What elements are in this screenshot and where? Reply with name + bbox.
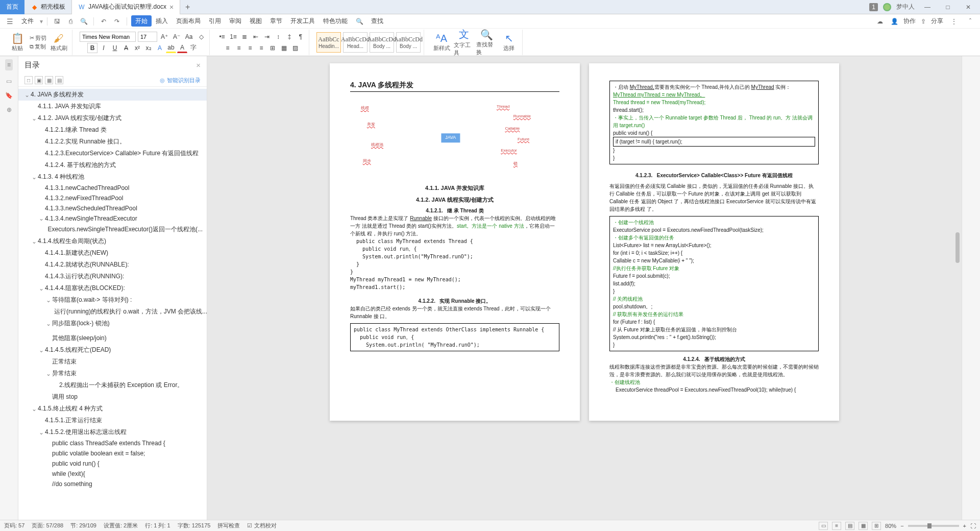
share-label[interactable]: 分享 [931,17,943,26]
user-name[interactable]: 梦中人 [896,3,915,11]
window-minimize-icon[interactable]: — [920,4,935,11]
search-icon[interactable]: 🔍 [354,16,365,27]
window-maximize-icon[interactable]: □ [940,4,955,11]
change-case-icon[interactable]: Aa [184,32,194,42]
status-section[interactable]: 节: 29/109 [70,522,96,529]
bullets-icon[interactable]: •≡ [217,32,227,42]
toc-item[interactable]: 4.1.3.2.newFixedThreadPool [18,193,207,203]
toc-item[interactable]: ⌄4.1.4.5.线程死亡(DEAD) [18,344,207,356]
nav-close-icon[interactable]: × [196,61,201,69]
nav-tool-1[interactable]: □ [24,76,33,84]
copy-button[interactable]: ⧉复制 [30,43,46,51]
toc-twisty-icon[interactable]: ⌄ [39,285,44,292]
toc-item[interactable]: 4.1.2.4. 基于线程池的方式 [18,159,207,171]
status-words[interactable]: 字数: 125175 [178,522,211,529]
highlight-icon[interactable]: ab [166,43,176,53]
distribute-icon[interactable]: ⊞ [267,43,278,53]
redo-icon[interactable]: ↷ [111,16,122,27]
save-icon[interactable]: 🖫 [52,16,63,27]
fit-icon[interactable]: ⛶ [970,523,976,529]
toc-item[interactable]: 4.1.5.1.正常运行结束 [18,415,207,426]
toc-item[interactable]: 4.1.4.1.新建状态(NEW) [18,247,207,259]
paste-button[interactable]: 📋粘贴 [7,32,28,52]
scrollbar-thumb[interactable] [955,232,960,263]
toc-item[interactable]: ⌄4. JAVA 多线程并发 [18,89,207,101]
hamburger-icon[interactable]: ☰ [4,16,15,27]
menu-item-0[interactable]: 开始 [131,15,152,27]
nav-tool-2[interactable]: ▣ [35,76,43,84]
italic-icon[interactable]: I [99,43,109,53]
numbering-icon[interactable]: 1≡ [228,32,238,42]
toc-twisty-icon[interactable]: ⌄ [46,370,51,377]
tab-templates[interactable]: ◆稻壳模板 [24,0,72,14]
style-box-3[interactable]: AaBbCcDdBody ... [396,32,421,53]
menu-item-4[interactable]: 审阅 [225,15,246,27]
document-area[interactable]: 4. JAVA 多线程并发 JAVA 线程 并发 线程池 同步 Thread R… [207,56,962,520]
zoom-out-icon[interactable]: − [900,523,903,529]
grow-font-icon[interactable]: A⁺ [159,32,169,42]
char-shading-icon[interactable]: 字 [188,43,199,53]
toc-item[interactable]: ⌄4.1.4.线程生命周期(状态) [18,235,207,247]
collab-label[interactable]: 协作 [903,17,916,26]
toc-item[interactable]: //do something [18,479,207,489]
menu-item-8[interactable]: 特色功能 [319,15,352,27]
toc-item[interactable]: 4.1.2.3.ExecutorService> Callable> Futur… [18,148,207,159]
zoom-in-icon[interactable]: + [963,523,966,529]
nav-tool-4[interactable]: ▤ [55,76,63,84]
toc-item[interactable]: public volatile boolean exit = false; [18,448,207,458]
toc-item[interactable]: 4.1.3.3.newScheduledThreadPool [18,203,207,213]
menu-search[interactable]: 查找 [367,15,387,28]
tab-home[interactable]: 首页 [0,0,24,14]
bookmark-icon[interactable]: 🔖 [5,92,13,99]
bold-icon[interactable]: B [87,43,97,53]
align-left-icon[interactable]: ≡ [223,43,233,53]
menu-item-2[interactable]: 页面布局 [172,15,205,27]
undo-icon[interactable]: ↶ [98,16,109,27]
print-icon[interactable]: ⎙ [65,16,76,27]
show-marks-icon[interactable]: ¶ [296,32,306,42]
format-painter-button[interactable]: 🖌格式刷 [48,33,69,52]
collapse-ribbon-icon[interactable]: ˆ [965,16,976,27]
find-replace-button[interactable]: 🔍查找替换 [476,29,497,56]
menu-file[interactable]: 文件 [17,15,38,28]
view-page-icon[interactable]: ▭ [819,522,828,530]
toc-twisty-icon[interactable]: ⌄ [39,347,44,354]
tab-document[interactable]: WJAVA核心面试知识整理.docx× [72,0,180,14]
new-style-button[interactable]: ᴬA新样式 [431,32,452,52]
badge-icon[interactable]: 1 [869,3,878,11]
toc-twisty-icon[interactable]: ⌄ [32,115,37,122]
superscript-icon[interactable]: x² [132,43,142,53]
toc-item[interactable]: 4.1.2.1.继承 Thread 类 [18,124,207,136]
nav-tool-3[interactable]: ▦ [45,76,53,84]
status-pages[interactable]: 页面: 57/288 [32,522,63,529]
toc-twisty-icon[interactable]: ⌄ [32,174,37,181]
style-box-1[interactable]: AaBbCcDdHead... [343,32,368,53]
vertical-scrollbar[interactable] [954,56,961,520]
decrease-indent-icon[interactable]: ⇤ [251,32,261,42]
font-size-input[interactable] [138,32,157,42]
nav-smart-detect[interactable]: ◎智能识别目录 [160,77,201,84]
toc-item[interactable]: ⌄4.1.3.4.newSingleThreadExecutor [18,213,207,224]
status-page-no[interactable]: 页码: 57 [4,522,24,529]
toc-item[interactable]: ⌄4.1.4.4.阻塞状态(BLOCKED): [18,282,207,294]
toc-item[interactable]: while (!exit){ [18,469,207,479]
preview-icon[interactable]: 🔍 [78,16,89,27]
menu-item-6[interactable]: 章节 [266,15,286,27]
user-mini-icon[interactable]: 👤 [891,18,898,25]
menu-item-5[interactable]: 视图 [246,15,266,27]
clear-format-icon[interactable]: ◇ [196,32,206,42]
sort-icon[interactable]: ↕ [273,32,283,42]
shrink-font-icon[interactable]: A⁻ [172,32,182,42]
tab-add-button[interactable]: + [180,3,195,12]
subscript-icon[interactable]: x₂ [143,43,154,53]
toc-twisty-icon[interactable]: ⌄ [24,91,30,99]
align-right-icon[interactable]: ≡ [245,43,255,53]
select-button[interactable]: ↖选择 [499,32,519,52]
shading-icon[interactable]: ▨ [290,43,300,53]
window-close-icon[interactable]: ✕ [961,4,976,11]
menu-item-7[interactable]: 开发工具 [286,15,319,27]
toc-item[interactable]: 正常结束 [18,356,207,368]
toc-twisty-icon[interactable]: ⌄ [46,320,51,327]
toc-item[interactable]: 运行(running)的线程执行 o.wait，方法，JVM 会把该线... [18,306,207,318]
view-outline-icon[interactable]: ≡ [832,522,841,530]
